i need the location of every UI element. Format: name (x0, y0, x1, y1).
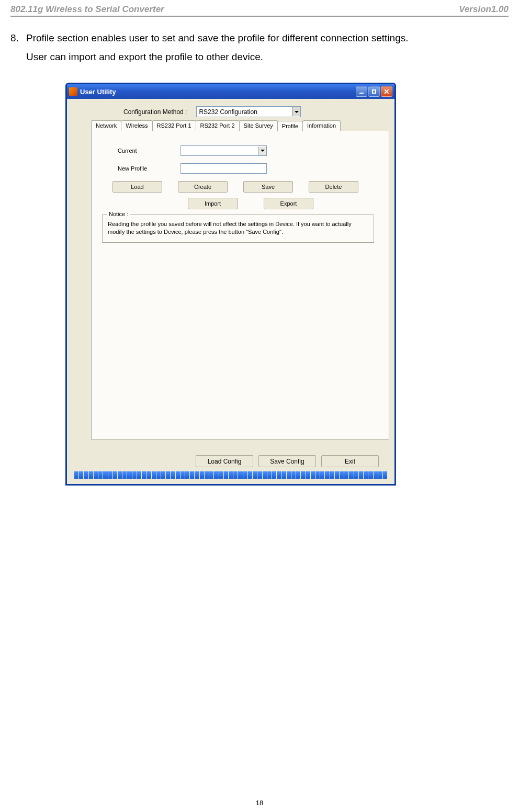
tab-wireless[interactable]: Wireless (121, 120, 152, 131)
app-icon (69, 87, 77, 96)
titlebar[interactable]: User Utility ✕ (67, 84, 394, 99)
window-body: Configuration Method : RS232 Configurati… (67, 99, 394, 445)
current-label: Current (118, 148, 180, 154)
instruction-line1: Profile section enables user to set and … (26, 32, 409, 43)
notice-text: Reading the profile you saved before wil… (108, 220, 368, 236)
header-left: 802.11g Wireless to Serial Converter (10, 4, 164, 15)
bottom-buttons: Load Config Save Config Exit (196, 455, 379, 467)
tab-information[interactable]: Information (302, 120, 341, 131)
tab-rs232-port1[interactable]: RS232 Port 1 (152, 120, 196, 131)
instruction-text: 8.Profile section enables user to set an… (10, 29, 509, 66)
user-utility-window: User Utility ✕ Configuration Method : RS… (65, 83, 396, 486)
tab-site-survey[interactable]: Site Survey (239, 120, 278, 131)
close-icon: ✕ (383, 88, 390, 95)
save-button[interactable]: Save (243, 181, 293, 193)
delete-button[interactable]: Delete (309, 181, 358, 193)
maximize-button[interactable] (368, 86, 380, 97)
new-profile-input[interactable] (180, 163, 267, 174)
new-profile-label: New Profile (118, 165, 180, 172)
header-right: Version1.00 (459, 4, 509, 15)
notice-groupbox: Notice : Reading the profile you saved b… (102, 215, 374, 243)
import-button[interactable]: Import (188, 198, 238, 209)
minimize-button[interactable] (356, 86, 367, 97)
maximize-icon (372, 89, 376, 94)
config-method-dropdown[interactable]: RS232 Configuration (196, 106, 301, 117)
create-button[interactable]: Create (178, 181, 228, 193)
current-row: Current (118, 145, 373, 156)
tabs-row: Network Wireless RS232 Port 1 RS232 Port… (91, 120, 385, 131)
dropdown-arrow-icon (292, 107, 300, 116)
config-method-value: RS232 Configuration (199, 108, 257, 116)
close-button[interactable]: ✕ (381, 86, 392, 97)
minimize-icon (359, 93, 364, 94)
tab-network[interactable]: Network (91, 120, 121, 131)
load-config-button[interactable]: Load Config (196, 455, 253, 467)
load-button[interactable]: Load (112, 181, 162, 193)
new-profile-row: New Profile (118, 163, 373, 174)
current-dropdown[interactable] (180, 145, 267, 156)
tab-panel: Current New Profile Load Create Save Del… (91, 131, 389, 439)
list-number: 8. (10, 29, 26, 48)
profile-buttons-row1: Load Create Save Delete (112, 181, 373, 193)
notice-title: Notice : (107, 211, 130, 217)
profile-tab-content: Current New Profile Load Create Save Del… (92, 131, 389, 248)
save-config-button[interactable]: Save Config (258, 455, 316, 467)
window-controls: ✕ (356, 86, 392, 97)
page-header: 802.11g Wireless to Serial Converter Ver… (10, 4, 509, 17)
config-method-label: Configuration Method : (123, 108, 187, 116)
page-number: 18 (0, 799, 519, 807)
export-button[interactable]: Export (264, 198, 313, 209)
instruction-line2: User can import and export the profile t… (26, 48, 509, 66)
progress-bar (74, 471, 387, 479)
config-method-row: Configuration Method : RS232 Configurati… (123, 106, 385, 117)
exit-button[interactable]: Exit (321, 455, 379, 467)
window-title: User Utility (80, 88, 356, 96)
tab-rs232-port2[interactable]: RS232 Port 2 (196, 120, 240, 131)
tab-profile[interactable]: Profile (277, 121, 303, 131)
profile-buttons-row2: Import Export (128, 198, 373, 209)
chevron-down-icon (258, 146, 266, 155)
